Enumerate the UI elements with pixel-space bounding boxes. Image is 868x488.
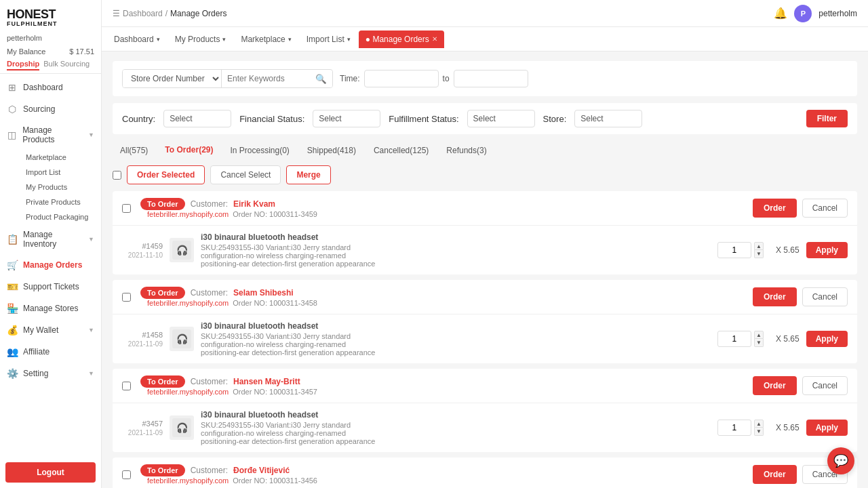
order-tab-to-order[interactable]: To Order(29) xyxy=(158,141,220,160)
sidebar-item-setting[interactable]: ⚙️ Setting ▼ xyxy=(0,363,101,384)
nav-tab-dashboard[interactable]: Dashboard ▾ xyxy=(107,30,167,48)
qty-down-2-0[interactable]: ▼ xyxy=(754,428,764,436)
sidebar-item-my-products[interactable]: My Products xyxy=(19,180,101,195)
nav-tab-my-products[interactable]: My Products ▾ xyxy=(168,30,233,48)
store-link-2[interactable]: fetebriller.myshopify.com xyxy=(147,388,229,396)
sidebar-item-manage-products[interactable]: ◫ Manage Products ▼ xyxy=(0,120,101,150)
qty-up-2-0[interactable]: ▲ xyxy=(754,420,764,428)
filter-button[interactable]: Filter xyxy=(806,110,848,127)
qty-input-0-0[interactable] xyxy=(717,242,751,258)
financial-status-select[interactable]: Select xyxy=(313,110,380,127)
order-checkbox-2[interactable] xyxy=(122,382,131,390)
customer-name-1[interactable]: Selam Shibeshi xyxy=(233,288,294,298)
customer-name-0[interactable]: Eirik Kvam xyxy=(233,199,275,209)
order-number-type-select[interactable]: Store Order Number xyxy=(123,70,222,87)
order-number-wrap: Store Order Number 🔍 xyxy=(122,69,333,88)
sidebar-item-sourcing[interactable]: ⬡ Sourcing xyxy=(0,98,101,120)
cancel-button-2[interactable]: Cancel xyxy=(802,376,848,395)
order-button-3[interactable]: Order xyxy=(753,465,797,484)
nav-tab-import-list[interactable]: Import List ▾ xyxy=(300,30,357,48)
time-label: Time: xyxy=(340,74,360,83)
sourcing-icon: ⬡ xyxy=(7,104,18,115)
item-sku-2-0: SKU:25493155-i30 Variant:i30 Jerry stand… xyxy=(201,421,711,429)
apply-button-0-0[interactable]: Apply xyxy=(806,242,848,258)
time-from-input[interactable] xyxy=(364,70,439,87)
breadcrumb-home[interactable]: Dashboard xyxy=(123,9,163,18)
qty-up-0-0[interactable]: ▲ xyxy=(754,242,764,250)
merge-button[interactable]: Merge xyxy=(286,165,330,184)
order-checkbox-1[interactable] xyxy=(122,293,131,302)
order-button-2[interactable]: Order xyxy=(753,376,797,395)
chat-bubble[interactable]: 💬 xyxy=(827,447,854,474)
qty-input-2-0[interactable] xyxy=(717,420,751,436)
logo: HONEST FULPHILMENT xyxy=(0,0,101,31)
store-link-0[interactable]: fetebriller.myshopify.com xyxy=(147,210,229,218)
nav-tab-manage-orders[interactable]: ● Manage Orders ✕ xyxy=(359,30,444,48)
country-select[interactable]: Select xyxy=(163,110,231,127)
select-all-checkbox[interactable] xyxy=(113,171,121,180)
order-checkbox-3[interactable] xyxy=(122,470,131,479)
sidebar-item-marketplace[interactable]: Marketplace xyxy=(19,150,101,165)
tab-dropship[interactable]: Dropship xyxy=(7,60,39,70)
order-tab-refunds[interactable]: Refunds(3) xyxy=(439,141,494,160)
order-button-0[interactable]: Order xyxy=(753,199,797,218)
order-tab-in-processing[interactable]: In Processing(0) xyxy=(222,141,296,160)
customer-name-2[interactable]: Hansen May-Britt xyxy=(233,377,300,386)
sidebar-item-my-wallet[interactable]: 💰 My Wallet ▼ xyxy=(0,319,101,341)
keyword-input[interactable] xyxy=(222,70,310,87)
setting-icon: ⚙️ xyxy=(7,368,18,379)
cancel-button-1[interactable]: Cancel xyxy=(802,287,848,306)
header-username: petterholm xyxy=(818,9,857,18)
close-tab-icon[interactable]: ✕ xyxy=(432,35,437,43)
sidebar-item-import-list[interactable]: Import List xyxy=(19,165,101,180)
search-button[interactable]: 🔍 xyxy=(310,70,332,87)
breadcrumb-icon: ☰ xyxy=(113,9,120,18)
store-link-3[interactable]: fetebriller.myshopify.com xyxy=(147,476,229,485)
nav-tabs-bar: Dashboard ▾ My Products ▾ Marketplace ▾ … xyxy=(102,27,868,52)
customer-label: Customer: xyxy=(191,288,228,298)
store-select[interactable]: Select xyxy=(574,110,642,127)
order-tab-all[interactable]: All(575) xyxy=(113,141,155,160)
order-no-0: Order NO: 1000311-3459 xyxy=(233,210,317,218)
filter-row-1: Store Order Number 🔍 Time: to xyxy=(113,61,857,96)
order-selected-button[interactable]: Order Selected xyxy=(127,165,205,184)
nav-tab-label: Marketplace xyxy=(241,35,285,44)
manage-inventory-icon: 📋 xyxy=(7,234,18,245)
breadcrumb-current: Manage Orders xyxy=(170,9,226,18)
sidebar-item-dashboard[interactable]: ⊞ Dashboard xyxy=(0,77,101,98)
order-button-1[interactable]: Order xyxy=(753,287,797,306)
order-status-tabs: All(575) To Order(29) In Processing(0) S… xyxy=(113,141,857,160)
sidebar-item-affiliate[interactable]: 👥 Affiliate xyxy=(0,341,101,363)
cancel-select-button[interactable]: Cancel Select xyxy=(210,165,281,184)
fulfillment-status-select[interactable]: Select xyxy=(467,110,535,127)
store-link-1[interactable]: fetebriller.myshopify.com xyxy=(147,299,229,307)
sidebar-item-private-products[interactable]: Private Products xyxy=(19,195,101,209)
logo-line1: HONEST xyxy=(7,8,94,20)
time-to-input[interactable] xyxy=(454,70,528,87)
qty-up-1-0[interactable]: ▲ xyxy=(754,331,764,339)
qty-down-1-0[interactable]: ▼ xyxy=(754,339,764,347)
qty-input-1-0[interactable] xyxy=(717,331,751,347)
customer-name-3[interactable]: Đorđe Vitijević xyxy=(233,466,290,475)
order-tab-shipped[interactable]: Shipped(418) xyxy=(300,141,363,160)
apply-button-2-0[interactable]: Apply xyxy=(806,420,848,436)
item-price-1-0: X 5.65 xyxy=(776,334,800,344)
item-image-0-0: 🎧 xyxy=(170,238,194,262)
sidebar-item-manage-stores[interactable]: 🏪 Manage Stores xyxy=(0,298,101,319)
order-header-0: To OrderCustomer:Eirik Kvamfetebriller.m… xyxy=(113,191,857,226)
notification-icon[interactable]: 🔔 xyxy=(774,7,787,20)
qty-down-0-0[interactable]: ▼ xyxy=(754,250,764,258)
order-checkbox-0[interactable] xyxy=(122,204,131,213)
order-tab-cancelled[interactable]: Cancelled(125) xyxy=(366,141,436,160)
nav-tab-marketplace[interactable]: Marketplace ▾ xyxy=(234,30,298,48)
item-config2-1-0: positioning-ear detection-first generati… xyxy=(201,348,711,357)
logo-line2: FULPHILMENT xyxy=(7,20,94,27)
apply-button-1-0[interactable]: Apply xyxy=(806,331,848,347)
sidebar-item-support-tickets[interactable]: 🎫 Support Tickets xyxy=(0,276,101,298)
sidebar-item-manage-orders[interactable]: 🛒 Manage Orders xyxy=(0,254,101,276)
cancel-button-0[interactable]: Cancel xyxy=(802,199,848,218)
logout-button[interactable]: Logout xyxy=(5,462,96,483)
sidebar-item-product-packaging[interactable]: Product Packaging xyxy=(19,209,101,224)
tab-bulk-sourcing[interactable]: Bulk Sourcing xyxy=(43,60,90,70)
sidebar-item-manage-inventory[interactable]: 📋 Manage Inventory ▼ xyxy=(0,224,101,254)
